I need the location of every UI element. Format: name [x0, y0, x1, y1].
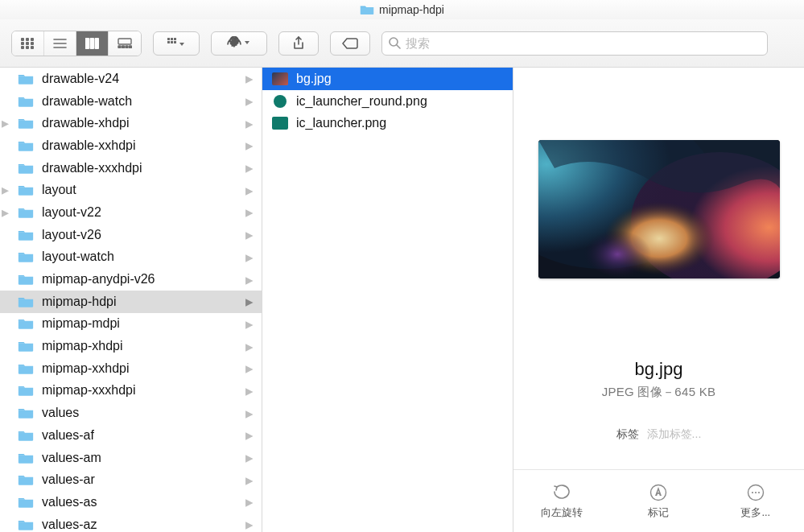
folder-row[interactable]: values-am▸ — [0, 447, 262, 469]
folder-icon — [18, 229, 34, 241]
rotate-left-button[interactable]: 向左旋转 — [513, 470, 610, 532]
folder-row[interactable]: values▸ — [0, 402, 262, 424]
chevron-right-icon: ▸ — [245, 517, 254, 532]
add-tags-placeholder[interactable]: 添加标签... — [647, 427, 702, 440]
svg-rect-23 — [167, 41, 170, 43]
folder-row[interactable]: mipmap-hdpi▸ — [0, 291, 262, 313]
group-by-button[interactable] — [153, 31, 200, 56]
preview-thumbnail[interactable] — [538, 140, 780, 278]
file-row[interactable]: ic_launcher_round.png — [262, 90, 513, 113]
chevron-right-icon: ▸ — [245, 138, 254, 153]
svg-rect-15 — [118, 39, 131, 44]
folder-row[interactable]: values-af▸ — [0, 424, 262, 447]
folder-label: values-af — [42, 428, 94, 443]
folder-label: values-am — [42, 451, 101, 465]
preview-metadata: JPEG 图像－645 KB — [602, 385, 716, 400]
svg-rect-22 — [174, 38, 176, 40]
folder-row[interactable]: values-ar▸ — [0, 468, 262, 491]
folder-icon — [18, 117, 34, 130]
folder-label: mipmap-xxxhdpi — [42, 383, 135, 398]
search-field[interactable] — [381, 31, 768, 56]
chevron-right-icon: ▸ — [245, 71, 254, 86]
file-label: ic_launcher_round.png — [296, 94, 427, 109]
png-file-icon — [274, 95, 287, 108]
quick-actions-bar: 向左旋转 标记 更多... — [513, 469, 804, 532]
folder-icon — [18, 429, 34, 442]
tags-section[interactable]: 标签 添加标签... — [616, 427, 702, 442]
view-gallery-button[interactable] — [109, 31, 141, 56]
chevron-right-icon: ▸ — [245, 160, 254, 175]
tags-button[interactable] — [330, 31, 370, 56]
folder-icon — [18, 518, 34, 531]
folder-row[interactable]: drawable-xxxhdpi▸ — [0, 157, 262, 179]
folder-icon — [360, 4, 374, 15]
folder-row[interactable]: values-az▸ — [0, 513, 262, 532]
chevron-right-icon: ▸ — [245, 250, 254, 265]
folder-icon — [18, 362, 34, 375]
chevron-right-icon: ▸ — [245, 227, 254, 242]
folder-label: drawable-watch — [42, 94, 132, 109]
folder-row[interactable]: layout-watch▸ — [0, 246, 262, 269]
action-menu-button[interactable] — [211, 31, 267, 56]
view-mode-group — [11, 31, 142, 56]
search-input[interactable] — [401, 36, 761, 50]
chevron-right-icon: ▸ — [245, 450, 254, 465]
chevron-right-icon: ▸ — [245, 472, 254, 488]
folder-label: mipmap-anydpi-v26 — [42, 272, 155, 287]
svg-rect-3 — [21, 42, 24, 45]
folder-row[interactable]: mipmap-xxxhdpi▸ — [0, 380, 262, 402]
view-icons-button[interactable] — [12, 31, 44, 56]
folder-icon — [18, 384, 34, 397]
folder-row[interactable]: ▸drawable-xhdpi▸ — [0, 112, 262, 134]
chevron-right-icon: ▸ — [2, 116, 9, 130]
folder-label: values-as — [42, 495, 97, 509]
folder-icon — [18, 250, 34, 263]
share-button[interactable] — [278, 31, 319, 56]
folder-row[interactable]: drawable-watch▸ — [0, 90, 262, 113]
view-columns-button[interactable] — [76, 31, 109, 56]
folder-label: layout-v22 — [42, 205, 101, 220]
more-icon — [746, 483, 765, 502]
png-file-icon — [272, 117, 288, 130]
file-row[interactable]: ic_launcher.png — [262, 112, 513, 134]
svg-rect-14 — [95, 38, 99, 49]
folder-icon — [18, 162, 34, 175]
svg-rect-24 — [171, 41, 173, 43]
folder-icon — [18, 340, 34, 353]
more-actions-button[interactable]: 更多... — [707, 470, 804, 532]
preview-filename: bg.jpg — [635, 359, 683, 380]
folder-row[interactable]: mipmap-xhdpi▸ — [0, 335, 262, 357]
markup-button[interactable]: 标记 — [610, 470, 707, 532]
svg-point-36 — [752, 491, 753, 493]
chevron-right-icon: ▸ — [245, 406, 254, 421]
folder-icon — [18, 473, 34, 486]
folder-icon — [18, 139, 34, 152]
rotate-left-icon — [552, 483, 571, 502]
folder-label: layout-watch — [42, 250, 114, 264]
file-label: ic_launcher.png — [296, 116, 386, 130]
folder-row[interactable]: mipmap-xxhdpi▸ — [0, 357, 262, 380]
folder-row[interactable]: mipmap-anydpi-v26▸ — [0, 268, 262, 291]
search-icon — [389, 37, 401, 49]
chevron-right-icon: ▸ — [245, 383, 254, 398]
folder-row[interactable]: layout-v26▸ — [0, 224, 262, 246]
file-row[interactable]: bg.jpg — [262, 68, 513, 90]
svg-rect-0 — [21, 38, 24, 41]
view-list-button[interactable] — [44, 31, 76, 56]
svg-line-28 — [397, 45, 400, 48]
folder-row[interactable]: drawable-xxhdpi▸ — [0, 134, 262, 157]
folder-icon — [18, 496, 34, 509]
folder-label: values-az — [42, 518, 97, 532]
folder-label: mipmap-xxhdpi — [42, 361, 129, 376]
folder-row[interactable]: ▸layout▸ — [0, 179, 262, 201]
folder-row[interactable]: ▸layout-v22▸ — [0, 201, 262, 224]
folder-icon — [18, 206, 34, 219]
folder-row[interactable]: values-as▸ — [0, 491, 262, 513]
file-column[interactable]: bg.jpgic_launcher_round.pngic_launcher.p… — [262, 68, 513, 532]
folder-row[interactable]: mipmap-mdpi▸ — [0, 313, 262, 336]
folder-icon — [18, 317, 34, 330]
toolbar — [0, 19, 804, 68]
folder-label: drawable-xhdpi — [42, 116, 130, 130]
folder-column[interactable]: drawable-v24▸drawable-watch▸▸drawable-xh… — [0, 68, 262, 532]
folder-row[interactable]: drawable-v24▸ — [0, 68, 262, 90]
